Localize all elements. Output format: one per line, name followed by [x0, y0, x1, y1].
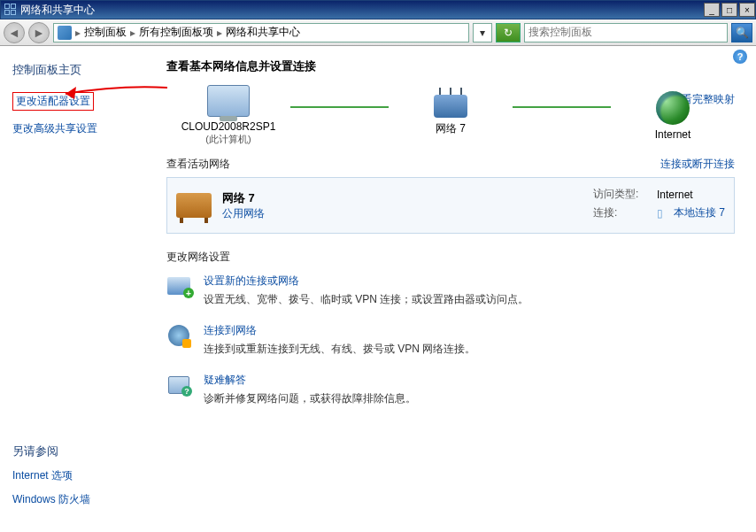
- sidebar-adapter-settings[interactable]: 更改适配器设置: [12, 92, 147, 111]
- see-also-internet-options[interactable]: Internet 选项: [12, 468, 147, 483]
- sidebar-see-also: 另请参阅 Internet 选项 Windows 防火墙: [12, 443, 147, 516]
- option-new-connection[interactable]: 设置新的连接或网络 设置无线、宽带、拨号、临时或 VPN 连接；或设置路由器或访…: [166, 274, 735, 307]
- connect-network-icon: [168, 325, 189, 346]
- breadcrumb-item[interactable]: 网络和共享中心: [226, 25, 300, 40]
- access-type-label: 访问类型:: [593, 187, 646, 202]
- option-connect-network[interactable]: 连接到网络 连接到或重新连接到无线、有线、拨号或 VPN 网络连接。: [166, 323, 735, 357]
- new-connection-icon: [167, 277, 190, 295]
- option-title: 连接到网络: [204, 323, 475, 338]
- content-area: ? 查看基本网络信息并设置连接 查看完整映射 CLOUD2008R2SP1 (此…: [159, 46, 756, 532]
- control-panel-icon: [58, 26, 72, 40]
- connection-link[interactable]: 本地连接 7: [674, 205, 725, 220]
- map-node-network: 网络 7: [389, 95, 513, 136]
- maximize-button[interactable]: □: [721, 3, 737, 17]
- see-also-windows-firewall[interactable]: Windows 防火墙: [12, 492, 147, 507]
- option-desc: 连接到或重新连接到无线、有线、拨号或 VPN 网络连接。: [204, 342, 475, 357]
- page-title: 查看基本网络信息并设置连接: [166, 58, 735, 74]
- chevron-right-icon: ▸: [75, 27, 81, 39]
- globe-icon: [656, 91, 690, 125]
- history-dropdown-button[interactable]: ▾: [473, 23, 492, 42]
- network-map: CLOUD2008R2SP1 (此计算机) 网络 7 Internet: [166, 85, 735, 146]
- help-icon[interactable]: ?: [733, 50, 747, 64]
- breadcrumb-item[interactable]: 控制面板: [84, 25, 127, 40]
- active-networks-title: 查看活动网络: [166, 157, 230, 172]
- access-type-value: Internet: [657, 189, 693, 201]
- address-bar: ◄ ► ▸ 控制面板 ▸ 所有控制面板项 ▸ 网络和共享中心 ▾ ↻ 搜索控制面…: [0, 19, 756, 46]
- map-connection-line: [513, 106, 611, 108]
- option-desc: 设置无线、宽带、拨号、临时或 VPN 连接；或设置路由器或访问点。: [204, 292, 528, 307]
- chevron-right-icon: ▸: [130, 27, 135, 39]
- router-icon: [434, 95, 467, 118]
- close-button[interactable]: ×: [739, 3, 755, 17]
- search-button[interactable]: 🔍: [731, 23, 752, 42]
- option-troubleshoot[interactable]: 疑难解答 诊断并修复网络问题，或获得故障排除信息。: [166, 373, 735, 406]
- map-network-label: 网络 7: [436, 121, 466, 136]
- plug-icon: ▯: [657, 207, 663, 220]
- minimize-button[interactable]: _: [704, 3, 720, 17]
- map-internet-label: Internet: [655, 128, 691, 141]
- computer-icon: [207, 85, 250, 117]
- sidebar-advanced-sharing[interactable]: 更改高级共享设置: [12, 121, 147, 136]
- option-desc: 诊断并修复网络问题，或获得故障排除信息。: [204, 391, 416, 406]
- sidebar-home-link[interactable]: 控制面板主页: [12, 62, 147, 78]
- sidebar-adapter-settings-label: 更改适配器设置: [12, 92, 94, 111]
- chevron-right-icon: ▸: [217, 27, 222, 39]
- connection-label: 连接:: [593, 205, 646, 220]
- map-node-local: CLOUD2008R2SP1 (此计算机): [166, 85, 290, 146]
- search-placeholder: 搜索控制面板: [528, 25, 592, 40]
- troubleshoot-icon: [168, 376, 189, 394]
- window-controls: _ □ ×: [702, 3, 755, 17]
- map-local-name: CLOUD2008R2SP1: [181, 120, 276, 133]
- search-input[interactable]: 搜索控制面板: [524, 23, 728, 42]
- network-name: 网络 7: [222, 190, 265, 206]
- refresh-button[interactable]: ↻: [496, 23, 521, 42]
- titlebar: 网络和共享中心 _ □ ×: [0, 0, 756, 19]
- see-also-title: 另请参阅: [12, 443, 147, 459]
- map-connection-line: [290, 106, 389, 108]
- breadcrumb-item[interactable]: 所有控制面板项: [139, 25, 213, 40]
- connect-disconnect-link[interactable]: 连接或断开连接: [660, 157, 735, 172]
- option-title: 疑难解答: [204, 373, 416, 388]
- network-type-link[interactable]: 公用网络: [222, 206, 265, 221]
- change-settings-title: 更改网络设置: [166, 250, 735, 265]
- window-title: 网络和共享中心: [20, 3, 95, 18]
- active-network-card: 网络 7 公用网络 访问类型: Internet 连接: ▯ 本地连接 7: [166, 177, 735, 234]
- nav-back-button[interactable]: ◄: [4, 22, 25, 43]
- sidebar: 控制面板主页 更改适配器设置 更改高级共享设置 另请参阅 Internet 选项…: [0, 46, 159, 532]
- breadcrumb[interactable]: ▸ 控制面板 ▸ 所有控制面板项 ▸ 网络和共享中心: [53, 23, 469, 42]
- app-icon: [4, 4, 17, 16]
- park-bench-icon: [176, 193, 212, 218]
- map-local-sub: (此计算机): [205, 133, 251, 146]
- option-title: 设置新的连接或网络: [204, 274, 528, 289]
- nav-forward-button[interactable]: ►: [28, 22, 50, 43]
